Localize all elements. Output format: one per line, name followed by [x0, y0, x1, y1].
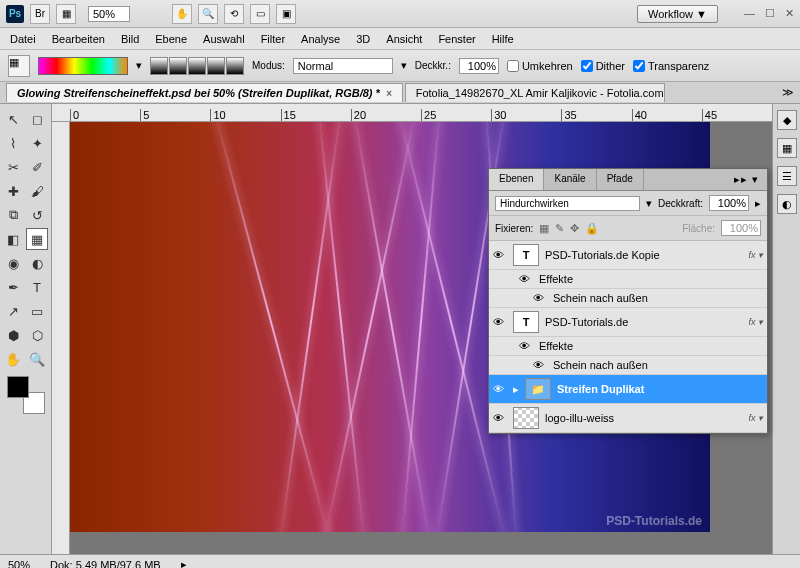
visibility-icon[interactable]: 👁 — [493, 383, 507, 395]
reflected-gradient-icon[interactable] — [207, 57, 225, 75]
rotate-tool-icon[interactable]: ⟲ — [224, 4, 244, 24]
lock-transparency-icon[interactable]: ▦ — [539, 222, 549, 235]
status-arrow-icon[interactable]: ▸ — [181, 558, 187, 568]
minimize-icon[interactable]: — — [744, 7, 755, 20]
tab-kanaele[interactable]: Kanäle — [544, 169, 596, 190]
dither-checkbox[interactable]: Dither — [581, 60, 625, 72]
visibility-icon[interactable]: 👁 — [519, 273, 533, 285]
dodge-tool-icon[interactable]: ◐ — [26, 252, 48, 274]
history-brush-icon[interactable]: ↺ — [26, 204, 48, 226]
zoom-tool-icon[interactable]: 🔍 — [26, 348, 48, 370]
visibility-icon[interactable]: 👁 — [493, 249, 507, 261]
status-zoom[interactable]: 50% — [8, 559, 30, 569]
document-tab-active[interactable]: Glowing Streifenscheineffekt.psd bei 50%… — [6, 83, 403, 102]
tab-pfade[interactable]: Pfade — [597, 169, 644, 190]
menu-auswahl[interactable]: Auswahl — [203, 33, 245, 45]
folder-toggle-icon[interactable]: ▸ — [513, 383, 519, 396]
wand-tool-icon[interactable]: ✦ — [26, 132, 48, 154]
menu-bearbeiten[interactable]: Bearbeiten — [52, 33, 105, 45]
reverse-checkbox[interactable]: Umkehren — [507, 60, 573, 72]
move-tool-icon[interactable]: ↖ — [2, 108, 24, 130]
visibility-icon[interactable]: 👁 — [533, 292, 547, 304]
restore-icon[interactable]: ☐ — [765, 7, 775, 20]
tab-ebenen[interactable]: Ebenen — [489, 169, 544, 190]
document-tab[interactable]: Fotolia_14982670_XL Amir Kaljikovic - Fo… — [405, 83, 665, 102]
lock-position-icon[interactable]: ✥ — [570, 222, 579, 235]
opacity-arrow-icon[interactable]: ▸ — [755, 197, 761, 210]
transparency-checkbox[interactable]: Transparenz — [633, 60, 709, 72]
dropdown-icon[interactable]: ▾ — [136, 59, 142, 72]
menu-datei[interactable]: Datei — [10, 33, 36, 45]
menu-bild[interactable]: Bild — [121, 33, 139, 45]
hand-tool-icon[interactable]: ✋ — [2, 348, 24, 370]
heal-tool-icon[interactable]: ✚ — [2, 180, 24, 202]
hand-tool-icon[interactable]: ✋ — [172, 4, 192, 24]
lasso-tool-icon[interactable]: ⌇ — [2, 132, 24, 154]
menu-ebene[interactable]: Ebene — [155, 33, 187, 45]
fx-badge[interactable]: fx ▾ — [748, 250, 763, 260]
eyedropper-tool-icon[interactable]: ✐ — [26, 156, 48, 178]
diamond-gradient-icon[interactable] — [226, 57, 244, 75]
view-button[interactable]: ▦ — [56, 4, 76, 24]
layer-row-selected[interactable]: 👁 ▸ 📁 Streifen Duplikat — [489, 375, 767, 404]
lock-pixels-icon[interactable]: ✎ — [555, 222, 564, 235]
styles-panel-icon[interactable]: ☰ — [777, 166, 797, 186]
crop-tool-icon[interactable]: ✂ — [2, 156, 24, 178]
visibility-icon[interactable]: 👁 — [493, 412, 507, 424]
gradient-preview[interactable] — [38, 57, 128, 75]
adjustments-panel-icon[interactable]: ◐ — [777, 194, 797, 214]
menu-filter[interactable]: Filter — [261, 33, 285, 45]
layer-row[interactable]: 👁 T PSD-Tutorials.de fx ▾ — [489, 308, 767, 337]
bridge-button[interactable]: Br — [30, 4, 50, 24]
visibility-icon[interactable]: 👁 — [493, 316, 507, 328]
layer-effect-item[interactable]: 👁 Schein nach außen — [489, 289, 767, 308]
layer-blend-select[interactable]: Hindurchwirken — [495, 196, 640, 211]
gradient-tool-icon[interactable]: ▦ — [8, 55, 30, 77]
layer-opacity-input[interactable]: 100% — [709, 195, 749, 211]
marquee-tool-icon[interactable]: ◻ — [26, 108, 48, 130]
pen-tool-icon[interactable]: ✒ — [2, 276, 24, 298]
zoom-select[interactable]: 50% — [88, 6, 130, 22]
type-tool-icon[interactable]: T — [26, 276, 48, 298]
dropdown-icon[interactable]: ▾ — [401, 59, 407, 72]
blur-tool-icon[interactable]: ◉ — [2, 252, 24, 274]
3d-tool-icon[interactable]: ⬢ — [2, 324, 24, 346]
lock-all-icon[interactable]: 🔒 — [585, 222, 599, 235]
shape-tool-icon[interactable]: ▭ — [26, 300, 48, 322]
layer-row[interactable]: 👁 T PSD-Tutorials.de Kopie fx ▾ — [489, 241, 767, 270]
gradient-tool-icon[interactable]: ▦ — [26, 228, 48, 250]
layer-row[interactable]: 👁 logo-illu-weiss fx ▾ — [489, 404, 767, 433]
brush-tool-icon[interactable]: 🖌 — [26, 180, 48, 202]
close-tab-icon[interactable]: × — [386, 88, 392, 99]
color-panel-icon[interactable]: ◆ — [777, 110, 797, 130]
panel-menu-icon[interactable]: ▸▸ ▾ — [726, 169, 767, 190]
menu-hilfe[interactable]: Hilfe — [492, 33, 514, 45]
workspace-button[interactable]: Workflow ▼ — [637, 5, 718, 23]
zoom-tool-icon[interactable]: 🔍 — [198, 4, 218, 24]
visibility-icon[interactable]: 👁 — [533, 359, 547, 371]
fx-badge[interactable]: fx ▾ — [748, 317, 763, 327]
menu-fenster[interactable]: Fenster — [438, 33, 475, 45]
stamp-tool-icon[interactable]: ⧉ — [2, 204, 24, 226]
close-icon[interactable]: ✕ — [785, 7, 794, 20]
opacity-input[interactable]: 100% — [459, 58, 499, 74]
menu-analyse[interactable]: Analyse — [301, 33, 340, 45]
fill-input[interactable]: 100% — [721, 220, 761, 236]
linear-gradient-icon[interactable] — [150, 57, 168, 75]
foreground-color[interactable] — [7, 376, 29, 398]
fx-badge[interactable]: fx ▾ — [748, 413, 763, 423]
layer-effects[interactable]: 👁 Effekte — [489, 337, 767, 356]
dropdown-icon[interactable]: ▾ — [646, 197, 652, 210]
arrange-icon[interactable]: ▭ — [250, 4, 270, 24]
3d-camera-icon[interactable]: ⬡ — [26, 324, 48, 346]
blend-mode-select[interactable]: Normal — [293, 58, 393, 74]
screen-mode-icon[interactable]: ▣ — [276, 4, 296, 24]
layer-effect-item[interactable]: 👁 Schein nach außen — [489, 356, 767, 375]
angle-gradient-icon[interactable] — [188, 57, 206, 75]
eraser-tool-icon[interactable]: ◧ — [2, 228, 24, 250]
tab-overflow-icon[interactable]: ≫ — [782, 86, 794, 99]
color-swatches[interactable] — [7, 376, 45, 414]
radial-gradient-icon[interactable] — [169, 57, 187, 75]
visibility-icon[interactable]: 👁 — [519, 340, 533, 352]
menu-ansicht[interactable]: Ansicht — [386, 33, 422, 45]
